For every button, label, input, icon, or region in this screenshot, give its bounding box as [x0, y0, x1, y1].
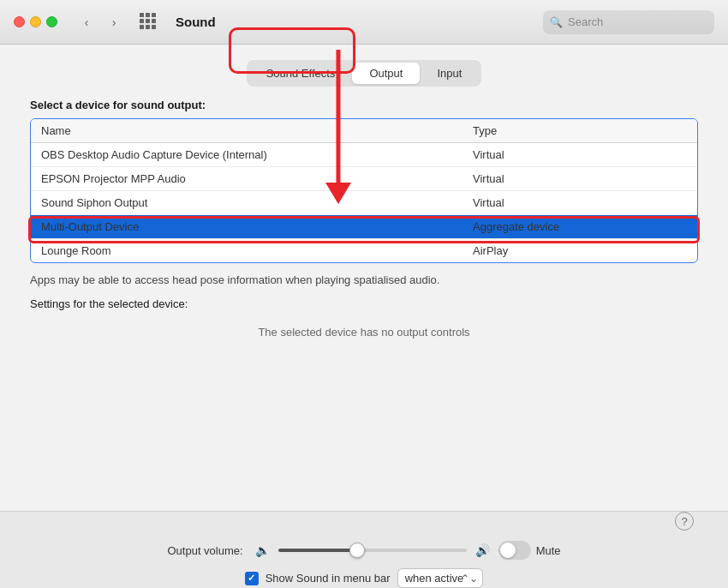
minimize-button[interactable]: [30, 16, 41, 27]
checkmark-icon: ✓: [248, 573, 255, 584]
tab-input[interactable]: Input: [420, 63, 479, 84]
mute-track[interactable]: [498, 541, 531, 560]
maximize-button[interactable]: [46, 16, 57, 27]
volume-slider[interactable]: [278, 549, 467, 552]
device-table: Name Type OBS Desktop Audio Capture Devi…: [30, 118, 698, 263]
device-name: Sound Siphon Output: [41, 196, 473, 209]
header-name: Name: [41, 124, 473, 137]
table-header: Name Type: [31, 119, 697, 143]
volume-high-icon: 🔊: [475, 543, 490, 557]
show-sound-checkbox[interactable]: ✓: [245, 572, 259, 585]
settings-label: Settings for the selected device:: [30, 297, 698, 310]
volume-low-icon: 🔈: [255, 543, 270, 557]
show-sound-label: Show Sound in menu bar: [266, 572, 391, 585]
tabs-container: Sound Effects Output Input: [247, 60, 482, 87]
tab-output[interactable]: Output: [352, 63, 420, 84]
when-active-dropdown[interactable]: when active ⌃⌄: [397, 568, 484, 588]
device-type: AirPlay: [473, 244, 687, 257]
nav-buttons: ‹ ›: [75, 13, 126, 32]
section-label: Select a device for sound output:: [30, 99, 698, 111]
bottom-bar: ? Output volume: 🔈 🔊 Mute ✓ Show Sound i…: [0, 511, 728, 588]
table-row[interactable]: OBS Desktop Audio Capture Device (Intern…: [31, 143, 697, 167]
table-row[interactable]: EPSON Projector MPP Audio Virtual: [31, 167, 697, 191]
traffic-lights: [14, 16, 57, 27]
show-row: ✓ Show Sound in menu bar when active ⌃⌄: [245, 568, 484, 588]
dropdown-arrow-icon: ⌃⌄: [461, 573, 478, 585]
table-row-selected[interactable]: Multi-Output Device Aggregate device: [31, 215, 697, 239]
info-text: Apps may be able to access head pose inf…: [30, 272, 698, 289]
search-icon: 🔍: [550, 16, 563, 28]
no-controls-text: The selected device has no output contro…: [30, 326, 698, 339]
close-button[interactable]: [14, 16, 25, 27]
output-panel: Select a device for sound output: Name T…: [30, 99, 698, 390]
window-title: Sound: [176, 15, 216, 29]
tab-sound-effects[interactable]: Sound Effects: [249, 63, 353, 84]
mute-label: Mute: [536, 544, 561, 557]
device-name: Lounge Room: [41, 244, 473, 257]
device-name: OBS Desktop Audio Capture Device (Intern…: [41, 148, 473, 161]
device-table-relative: Name Type OBS Desktop Audio Capture Devi…: [30, 118, 698, 263]
device-name: EPSON Projector MPP Audio: [41, 172, 473, 185]
volume-row: Output volume: 🔈 🔊 Mute: [167, 541, 560, 560]
grid-icon[interactable]: [140, 13, 158, 32]
header-type: Type: [473, 124, 687, 137]
device-type: Aggregate device: [473, 220, 687, 233]
device-type: Virtual: [473, 196, 687, 209]
volume-label: Output volume:: [167, 544, 242, 557]
table-row[interactable]: Lounge Room AirPlay: [31, 239, 697, 262]
search-placeholder: Search: [568, 15, 603, 28]
titlebar: ‹ › Sound 🔍 Search: [0, 0, 728, 45]
help-button[interactable]: ?: [675, 512, 694, 531]
device-type: Virtual: [473, 172, 687, 185]
back-button[interactable]: ‹: [75, 13, 98, 32]
device-name: Multi-Output Device: [41, 220, 473, 233]
forward-button[interactable]: ›: [102, 13, 126, 32]
device-type: Virtual: [473, 148, 687, 161]
mute-toggle[interactable]: Mute: [498, 541, 561, 560]
table-row[interactable]: Sound Siphon Output Virtual: [31, 191, 697, 215]
search-box[interactable]: 🔍 Search: [543, 10, 714, 34]
mute-knob: [500, 543, 516, 558]
when-value: when active: [405, 572, 464, 585]
main-content: Sound Effects Output Input Select a devi…: [0, 45, 728, 511]
